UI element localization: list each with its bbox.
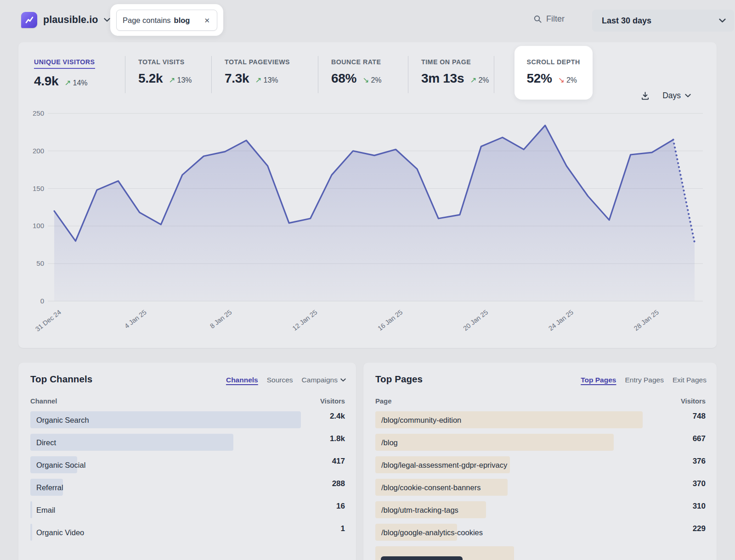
stat-wrap-bounce-rate: BOUNCE RATE68%↘2% [318, 56, 408, 93]
column-header-left: Page [375, 398, 391, 405]
table-row-blog-community-edition[interactable]: /blog/community-edition748 [375, 411, 706, 428]
table-row-blog-utm-tracking-tags[interactable]: /blog/utm-tracking-tags310 [375, 501, 706, 518]
stat-change: ↗13% [169, 75, 192, 85]
row-label: Organic Search [36, 415, 89, 424]
stat-wrap-scroll-depth: SCROLL DEPTH52%↘2% [494, 56, 593, 93]
table-row-blog[interactable]: /blog667 [375, 434, 706, 451]
row-label: /blog [381, 438, 398, 447]
table-row-blog-cookie-consent-banners[interactable]: /blog/cookie-consent-banners370 [375, 479, 706, 496]
table-row-organic-search[interactable]: Organic Search2.4k [30, 411, 345, 428]
row-label: Referral [36, 483, 63, 492]
row-value: 16 [336, 502, 345, 511]
svg-text:250: 250 [33, 109, 44, 117]
svg-text:4 Jan 25: 4 Jan 25 [123, 308, 148, 330]
row-label: /blog/utm-tracking-tags [381, 505, 458, 514]
svg-text:28 Jan 25: 28 Jan 25 [633, 308, 660, 332]
filter-button[interactable]: Filter [533, 14, 565, 24]
column-header-right: Visitors [681, 398, 706, 405]
trend-up-arrow-icon: ↗ [64, 78, 71, 88]
table-row-organic-video[interactable]: Organic Video1 [30, 524, 345, 541]
stat-time-on-page[interactable]: TIME ON PAGE3m 13s↗2% [421, 58, 489, 86]
table-row-direct[interactable]: Direct1.8k [30, 434, 345, 451]
chevron-down-icon [340, 378, 346, 382]
row-label: /blog/cookie-consent-banners [381, 483, 481, 492]
stat-total-pageviews[interactable]: TOTAL PAGEVIEWS7.3k↗13% [225, 58, 313, 86]
stat-value: 5.2k [138, 71, 163, 86]
date-range-select[interactable]: Last 30 days [592, 10, 734, 32]
stat-value: 3m 13s [421, 71, 464, 86]
tab-top-pages[interactable]: Top Pages [581, 376, 616, 384]
row-value: 288 [332, 479, 345, 488]
trend-up-arrow-icon: ↗ [169, 75, 175, 85]
stat-change-value: 13% [264, 76, 278, 84]
stat-change: ↗2% [470, 75, 489, 85]
row-bar [30, 434, 233, 451]
table-row-referral[interactable]: Referral288 [30, 479, 345, 496]
tab-label: Top Pages [581, 376, 616, 384]
row-label: Email [36, 505, 55, 514]
visitors-panel: UNIQUE VISITORS4.9k↗14%TOTAL VISITS5.2k↗… [18, 42, 717, 348]
row-value: 1 [341, 524, 345, 533]
svg-text:200: 200 [33, 147, 44, 155]
row-value: 229 [693, 524, 706, 533]
top-channels-card: Top Channels ChannelsSourcesCampaigns Ch… [18, 363, 356, 560]
download-icon[interactable] [640, 91, 650, 101]
tab-channels[interactable]: Channels [226, 376, 258, 384]
tab-label: Entry Pages [625, 376, 663, 384]
stat-unique-visitors[interactable]: UNIQUE VISITORS4.9k↗14% [34, 58, 120, 89]
tab-label: Sources [267, 376, 293, 384]
top-pages-card: Top Pages Top PagesEntry PagesExit Pages… [363, 363, 717, 560]
row-value: 2.4k [330, 412, 345, 421]
column-header-right: Visitors [320, 398, 345, 405]
tab-sources[interactable]: Sources [267, 376, 293, 384]
stat-wrap-unique-visitors: UNIQUE VISITORS4.9k↗14% [34, 56, 125, 93]
row-value: 667 [693, 434, 706, 443]
stat-change: ↘2% [558, 75, 577, 85]
stat-value: 52% [527, 71, 552, 86]
trend-down-arrow-icon: ↘ [362, 75, 369, 85]
stat-bounce-rate[interactable]: BOUNCE RATE68%↘2% [331, 58, 403, 86]
tab-entry-pages[interactable]: Entry Pages [625, 376, 663, 384]
filter-pill-spotlight: Page contains blog ✕ [110, 4, 223, 36]
stat-change-value: 2% [566, 76, 577, 84]
pages-tabs: Top PagesEntry PagesExit Pages [581, 376, 707, 384]
row-value: 748 [693, 412, 706, 421]
close-icon[interactable]: ✕ [203, 16, 211, 25]
interval-value: Days [662, 91, 681, 101]
plausible-logo-icon [21, 12, 37, 28]
table-row-blog-legal-assessment-gdpr-eprivacy[interactable]: /blog/legal-assessment-gdpr-eprivacy376 [375, 456, 706, 473]
pages-rows: /blog/community-edition748/blog667/blog/… [375, 411, 706, 560]
stat-change-value: 2% [478, 76, 489, 84]
table-row-organic-social[interactable]: Organic Social417 [30, 456, 345, 473]
stat-label: SCROLL DEPTH [527, 58, 580, 66]
row-value: 417 [332, 457, 345, 466]
row-bar [375, 434, 614, 451]
visitors-chart[interactable]: 05010015020025031 Dec 244 Jan 258 Jan 25… [18, 101, 717, 349]
interval-select[interactable]: Days [662, 91, 691, 101]
stat-label: UNIQUE VISITORS [34, 58, 95, 69]
chart-tools: Days [640, 91, 691, 101]
stat-change-value: 2% [371, 76, 381, 84]
row-value: 310 [693, 502, 706, 511]
svg-text:16 Jan 25: 16 Jan 25 [376, 308, 404, 332]
stat-wrap-total-pageviews: TOTAL PAGEVIEWS7.3k↗13% [211, 56, 318, 93]
site-switcher[interactable]: plausible.io [21, 12, 110, 28]
tab-campaigns[interactable]: Campaigns [302, 376, 346, 384]
row-label: /blog/google-analytics-cookies [381, 528, 483, 537]
stat-total-visits[interactable]: TOTAL VISITS5.2k↗13% [138, 58, 207, 86]
tab-exit-pages[interactable]: Exit Pages [673, 376, 707, 384]
row-bar [30, 524, 32, 541]
svg-text:8 Jan 25: 8 Jan 25 [209, 308, 233, 330]
chevron-down-icon [685, 94, 691, 98]
header: plausible.io Page contains blog ✕ Filter… [0, 0, 735, 42]
filter-pill[interactable]: Page contains blog ✕ [116, 10, 217, 31]
table-row-blog-google-analytics-cookies[interactable]: /blog/google-analytics-cookies229 [375, 524, 706, 541]
stat-change: ↗14% [64, 78, 87, 88]
table-row-email[interactable]: Email16 [30, 501, 345, 518]
stat-scroll-depth[interactable]: SCROLL DEPTH52%↘2% [514, 46, 593, 100]
row-value: 376 [693, 457, 706, 466]
stat-change-value: 13% [177, 76, 192, 84]
trend-up-arrow-icon: ↗ [470, 75, 476, 85]
chevron-down-icon [719, 18, 726, 23]
channels-tabs: ChannelsSourcesCampaigns [226, 376, 346, 384]
